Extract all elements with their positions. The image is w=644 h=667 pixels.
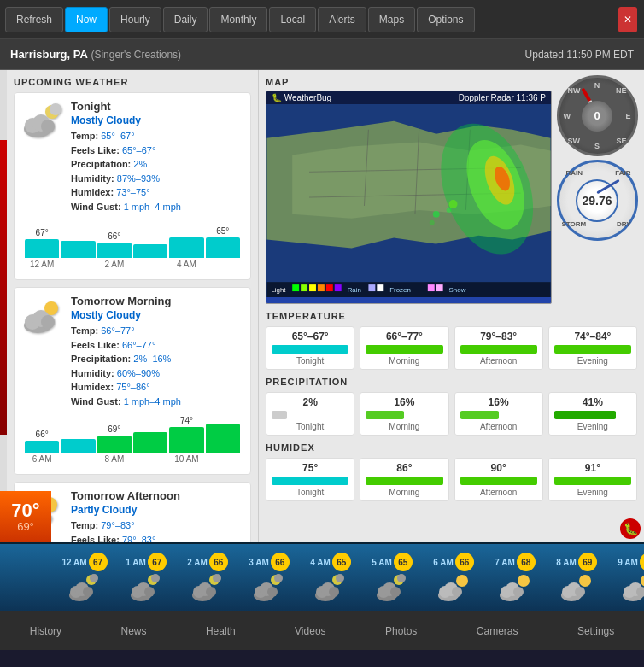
humidex-title: HUMIDEX	[266, 442, 637, 453]
tonight-period: Tonight	[71, 100, 181, 113]
hourly-item-2am: 2 AM 66	[179, 552, 237, 603]
map-section: MAP 🐛 WeatherBug Doppler Radar 11:36 P	[266, 77, 539, 304]
news-button[interactable]: News	[114, 622, 154, 641]
svg-point-47	[151, 574, 160, 582]
map-radar-label: Doppler Radar 11:36 P	[459, 93, 546, 102]
barometer: RAIN FAIR STORM DRY 29.76	[557, 160, 638, 241]
svg-point-5	[41, 120, 55, 133]
precip-title: PRECIPITATION	[266, 377, 637, 387]
map-container[interactable]: 🐛 WeatherBug Doppler Radar 11:36 P	[266, 91, 552, 304]
tonight-icon	[21, 100, 64, 143]
top-bar: Refresh Now Hourly Daily Monthly Local A…	[0, 0, 644, 39]
svg-rect-28	[301, 284, 307, 291]
svg-rect-34	[368, 284, 375, 291]
monthly-button[interactable]: Monthly	[209, 7, 267, 32]
health-button[interactable]: Health	[199, 622, 243, 641]
tonight-chart: 67° 66° 65° 12 AM 2 AM 4 AM	[21, 220, 243, 272]
precip-tonight: 2% Tonight	[266, 392, 354, 436]
svg-point-86	[579, 575, 591, 587]
temp-afternoon: 79°–83° Afternoon	[454, 326, 543, 370]
precip-afternoon: 16% Afternoon	[454, 392, 543, 436]
daily-button[interactable]: Daily	[163, 7, 208, 32]
hourly-item-9am: 9 AM 71	[609, 552, 644, 603]
svg-point-80	[452, 587, 462, 597]
temp-badge-4am: 65	[332, 553, 351, 571]
svg-text:Rain: Rain	[348, 286, 361, 294]
right-panel: N NE E SE S SW W NW 0	[259, 70, 644, 542]
afternoon-period: Tomorrow Afternoon	[71, 489, 180, 502]
local-button[interactable]: Local	[269, 7, 316, 32]
svg-point-51	[144, 587, 155, 597]
temperature-grid: 65°–67° Tonight 66°–77° Morning 79°–83° …	[266, 326, 637, 370]
svg-rect-32	[335, 284, 342, 291]
temp-badge-9am: 71	[640, 553, 644, 571]
hourly-button[interactable]: Hourly	[109, 7, 161, 32]
humidex-afternoon: 90° Afternoon	[454, 458, 543, 501]
svg-rect-30	[318, 284, 325, 291]
temperature-title: TEMPERATURE	[266, 311, 637, 321]
svg-point-45	[83, 587, 93, 597]
temp-badge-8am: 69	[578, 553, 597, 571]
temp-badge-1am: 67	[148, 553, 167, 571]
svg-point-91	[641, 575, 644, 587]
afternoon-details: Tomorrow Afternoon Partly Cloudy Temp: 7…	[71, 489, 180, 542]
svg-point-1	[50, 103, 61, 115]
svg-point-22	[447, 208, 452, 213]
maps-button[interactable]: Maps	[368, 7, 415, 32]
hourly-item-7am: 7 AM 68	[486, 552, 544, 603]
current-temp-low: 69°	[17, 520, 34, 533]
tonight-temp: 65°–67°	[101, 131, 134, 141]
svg-point-10	[41, 315, 55, 329]
options-button[interactable]: Options	[417, 7, 474, 32]
compass-value: 0	[582, 101, 612, 132]
photos-button[interactable]: Photos	[378, 622, 424, 641]
svg-point-53	[213, 574, 221, 582]
alerts-button[interactable]: Alerts	[318, 7, 366, 32]
svg-point-71	[397, 574, 406, 582]
videos-button[interactable]: Videos	[288, 622, 332, 641]
svg-text:Snow: Snow	[449, 286, 466, 294]
svg-point-24	[449, 200, 458, 208]
now-button[interactable]: Now	[65, 7, 108, 32]
svg-text:Light: Light	[271, 286, 286, 294]
svg-rect-29	[309, 284, 316, 291]
svg-rect-27	[292, 284, 299, 291]
history-button[interactable]: History	[23, 622, 68, 641]
tonight-card: Tonight Mostly Cloudy Temp: 65°–67° Feel…	[14, 92, 251, 280]
compass: N NE E SE S SW W NW 0	[557, 75, 638, 156]
settings-button[interactable]: Settings	[571, 622, 621, 641]
svg-point-76	[456, 575, 468, 587]
svg-point-21	[433, 211, 440, 218]
weather-data-section: TEMPERATURE 65°–67° Tonight 66°–77° Morn…	[266, 311, 637, 501]
close-button[interactable]: ✕	[618, 7, 637, 32]
map-bg: Light Rain Frozen Snow	[266, 104, 551, 297]
svg-point-41	[90, 574, 98, 582]
temp-badge-6am: 66	[455, 553, 474, 571]
morning-condition: Mostly Cloudy	[71, 309, 181, 321]
morning-icon	[21, 295, 64, 337]
left-panel: UPCOMING WEATHER To	[7, 70, 259, 542]
hourly-item-3am: 3 AM 66	[240, 552, 298, 603]
city-name: Harrisburg, PA	[10, 48, 88, 61]
cameras-button[interactable]: Cameras	[470, 622, 525, 641]
weatherbug-logo: 🐛	[620, 518, 641, 539]
hourly-item-6am: 6 AM 66	[424, 552, 483, 603]
map-title: MAP	[266, 77, 539, 87]
svg-point-81	[518, 575, 530, 587]
precip-morning: 16% Morning	[360, 392, 448, 436]
precip-evening: 41% Evening	[548, 392, 637, 436]
location-bar: Harrisburg, PA (Singer's Creations) Upda…	[0, 39, 644, 70]
left-accent	[0, 140, 7, 435]
hourly-strip-container: 70° 69° 12 AM 67 1 AM 67 2 A	[0, 542, 644, 611]
instruments: N NE E SE S SW W NW 0	[550, 70, 644, 246]
refresh-button[interactable]: Refresh	[5, 7, 63, 32]
upcoming-weather-title: UPCOMING WEATHER	[14, 77, 251, 87]
temp-badge-5am: 65	[394, 553, 413, 571]
temp-tonight: 65°–67° Tonight	[266, 326, 354, 370]
svg-point-85	[513, 587, 524, 597]
humidex-evening: 91° Evening	[548, 458, 637, 501]
tonight-condition: Mostly Cloudy	[71, 114, 181, 126]
humidex-morning: 86° Morning	[360, 458, 448, 501]
svg-point-23	[430, 220, 435, 225]
hourly-item-5am: 5 AM 65	[363, 552, 421, 603]
